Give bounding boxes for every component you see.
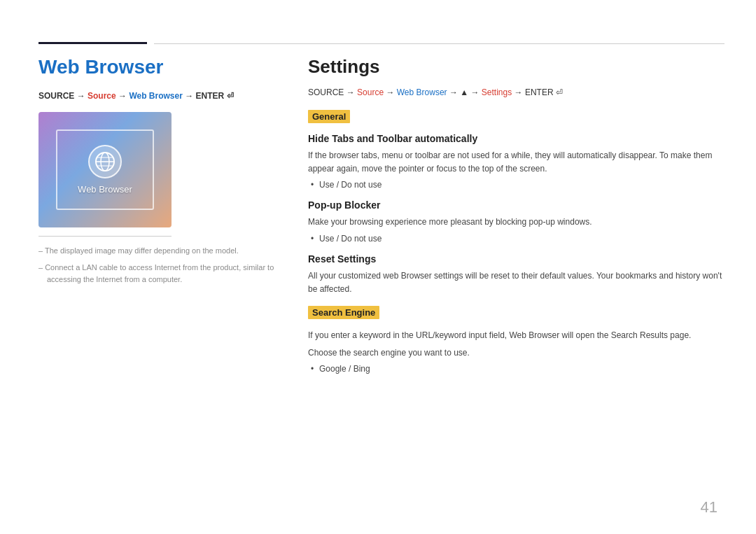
search-engine-subsection: If you enter a keyword in the URL/keywor… bbox=[308, 329, 728, 374]
search-engine-text1: If you enter a keyword in the URL/keywor… bbox=[308, 329, 728, 342]
breadcrumb-left: SOURCE → Source → Web Browser → ENTER ⏎ bbox=[38, 91, 284, 101]
reset-settings-text: All your customized web Browser settings… bbox=[308, 269, 728, 296]
globe-svg bbox=[94, 151, 115, 172]
hide-tabs-title: Hide Tabs and Toolbar automatically bbox=[308, 133, 728, 144]
settings-title: Settings bbox=[308, 56, 728, 78]
rbc-settings-link: Settings bbox=[482, 87, 512, 97]
rbc-arrow4: → bbox=[470, 87, 481, 97]
bc-source-link: Source bbox=[88, 91, 116, 101]
search-engine-bullet: Google / Bing bbox=[308, 364, 728, 374]
search-engine-text2: Choose the search engine you want to use… bbox=[308, 346, 728, 360]
bc-arrow2: → bbox=[118, 91, 129, 101]
rbc-source-link: Source bbox=[357, 87, 384, 97]
hide-tabs-subsection: Hide Tabs and Toolbar automatically If t… bbox=[308, 133, 728, 190]
browser-image-label: Web Browser bbox=[78, 184, 132, 195]
right-column: Settings SOURCE → Source → Web Browser →… bbox=[308, 56, 728, 384]
popup-blocker-text: Make your browsing experience more pleas… bbox=[308, 216, 728, 229]
bc-source-label: SOURCE bbox=[38, 91, 74, 101]
general-section-label: General bbox=[308, 110, 350, 123]
hide-tabs-bullet: Use / Do not use bbox=[308, 180, 728, 190]
note-1: – The displayed image may differ dependi… bbox=[38, 245, 284, 258]
rbc-arrow2: → bbox=[386, 87, 396, 97]
bc-arrow1: → bbox=[77, 91, 88, 101]
notes-section: – The displayed image may differ dependi… bbox=[38, 245, 284, 286]
search-engine-section-label: Search Engine bbox=[308, 306, 379, 319]
popup-blocker-subsection: Pop-up Blocker Make your browsing experi… bbox=[308, 199, 728, 243]
image-divider bbox=[38, 236, 172, 237]
rbc-source-label: SOURCE bbox=[308, 87, 344, 97]
top-rule-light bbox=[154, 43, 724, 44]
rbc-enter: ENTER ⏎ bbox=[525, 87, 563, 97]
hide-tabs-text: If the browser tabs, menu or toolbar are… bbox=[308, 149, 728, 176]
page-title: Web Browser bbox=[38, 56, 284, 78]
reset-settings-title: Reset Settings bbox=[308, 253, 728, 265]
browser-image-box: Web Browser bbox=[38, 112, 172, 227]
rbc-arrow5: → bbox=[514, 87, 525, 97]
bc-enter: ENTER ⏎ bbox=[196, 91, 234, 101]
browser-inner-box: Web Browser bbox=[56, 129, 154, 210]
page-number: 41 bbox=[701, 498, 718, 517]
bc-arrow3: → bbox=[185, 91, 195, 101]
left-column: Web Browser SOURCE → Source → Web Browse… bbox=[38, 56, 284, 290]
popup-blocker-title: Pop-up Blocker bbox=[308, 199, 728, 211]
bc-webbrowser-link: Web Browser bbox=[129, 91, 182, 101]
rbc-arrow3: → bbox=[449, 87, 460, 97]
popup-blocker-bullet: Use / Do not use bbox=[308, 234, 728, 244]
rbc-up-arrow: ▲ bbox=[460, 87, 468, 97]
breadcrumb-right: SOURCE → Source → Web Browser → ▲ → Sett… bbox=[308, 87, 728, 97]
reset-settings-subsection: Reset Settings All your customized web B… bbox=[308, 253, 728, 296]
top-rule-accent bbox=[38, 42, 147, 44]
rbc-arrow1: → bbox=[346, 87, 357, 97]
note-2: – Connect a LAN cable to access Internet… bbox=[38, 262, 284, 286]
browser-image-bg: Web Browser bbox=[38, 112, 172, 227]
globe-icon bbox=[88, 145, 122, 178]
rbc-webbrowser-link: Web Browser bbox=[397, 87, 447, 97]
